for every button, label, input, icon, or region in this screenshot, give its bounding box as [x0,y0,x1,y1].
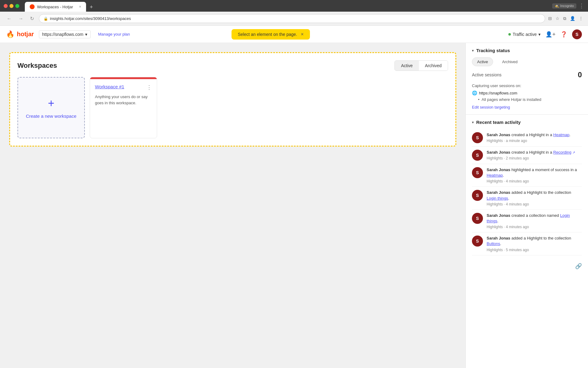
tab-archived[interactable]: Archived [419,61,448,71]
activity-content: Sarah Jonas highlighted a moment of succ… [487,167,582,183]
incognito-badge: 🕵 Incognito [552,3,576,9]
activity-link[interactable]: Login things [487,196,508,201]
tracking-chevron-icon: ▾ [472,48,474,53]
activity-chevron-icon: ▾ [472,120,474,125]
recent-activity-header[interactable]: ▾ Recent team activity [472,120,582,125]
traffic-active-indicator[interactable]: Traffic active ▾ [508,32,541,37]
tracking-tab-archived[interactable]: Archived [497,57,523,66]
workspace-cards: + Create a new workspace Workspace #1 ⋮ … [17,77,448,138]
right-sidebar: ▾ Tracking status Active Archived Active… [466,43,588,368]
activity-user: Sarah Jonas [487,213,510,218]
capturing-site-url: https://snapflows.com [479,91,517,95]
banner-text: Select an element on the page. [238,32,297,37]
user-avatar[interactable]: S [572,29,582,39]
activity-item: SSarah Jonas highlighted a moment of suc… [472,164,582,187]
workspace-card-title[interactable]: Workspace #1 [95,84,124,89]
minimize-window-button[interactable] [9,4,13,8]
workspaces-panel: Workspaces Active Archived + Create a ne… [9,52,456,147]
workspace-card-body: Workspace #1 ⋮ Anything your users do or… [90,79,157,111]
help-icon[interactable]: ❓ [560,31,567,38]
tracking-status-header[interactable]: ▾ Tracking status [472,48,582,53]
tab-close-button[interactable]: × [79,5,81,9]
activity-meta: Highlights · 4 minutes ago [487,202,582,206]
back-button[interactable]: ← [5,15,13,23]
workspace-card-menu-button[interactable]: ⋮ [146,84,152,91]
browser-chrome: Workspaces - Hotjar × + 🕵 Incognito ⋮ [0,0,588,12]
activity-item: SSarah Jonas created a Highlight in a Re… [472,147,582,164]
activity-link[interactable]: Heatmap [553,132,570,137]
activity-meta: Highlights · a minute ago [487,139,582,143]
active-sessions-count: 0 [578,71,582,79]
create-workspace-card[interactable]: + Create a new workspace [17,77,85,138]
activity-link[interactable]: Buttons [487,241,500,246]
activity-content: Sarah Jonas added a Highlight to the col… [487,236,582,252]
workspace-card-description: Anything your users do or say goes in th… [95,94,152,106]
traffic-status-dot [508,33,511,36]
browser-menu-button[interactable]: ⋮ [579,2,584,9]
external-link-icon[interactable]: 🔗 [575,263,582,270]
split-view-icon[interactable]: ⧉ [563,16,566,21]
address-bar-row: ← → ↻ 🔒 insights.hotjar.com/sites/309041… [0,12,588,26]
activity-content: Sarah Jonas created a Highlight in a Hea… [487,132,582,143]
tab-favicon [30,4,35,9]
activity-meta: Highlights · 5 minutes ago [487,248,582,252]
incognito-icon: 🕵 [555,4,559,8]
recent-activity-section: ▾ Recent team activity SSarah Jonas crea… [466,115,588,260]
main-content: Workspaces Active Archived + Create a ne… [0,43,588,368]
workspaces-header: Workspaces Active Archived [17,60,448,71]
tab-active[interactable]: Active [395,61,419,71]
app: 🔥 hotjar https://snapflows.com ▾ Manage … [0,26,588,368]
site-dropdown-icon: ▾ [85,32,87,37]
activity-content: Sarah Jonas created a Highlight in a Rec… [487,150,582,161]
globe-icon: 🌐 [472,90,477,95]
external-link-icon: ↗ [572,151,575,154]
sidebar-link-row: 🔗 [466,260,588,272]
maximize-window-button[interactable] [15,4,19,8]
cast-icon[interactable]: ⊟ [548,16,552,21]
profile-icon[interactable]: 👤 [570,16,575,21]
edit-targeting-link[interactable]: Edit session targeting [472,105,582,109]
center-area: Workspaces Active Archived + Create a ne… [0,43,466,368]
activity-user: Sarah Jonas [487,167,510,172]
add-user-icon[interactable]: 👤+ [545,31,556,38]
tracking-tabs: Active Archived [472,57,582,66]
active-tab[interactable]: Workspaces - Hotjar × [25,2,86,12]
banner-close-button[interactable]: × [301,32,303,37]
activity-user: Sarah Jonas [487,150,510,155]
window-controls [4,4,19,8]
activity-avatar: S [472,236,483,247]
traffic-dropdown-icon: ▾ [538,32,541,37]
workspace-tabs: Active Archived [394,60,448,71]
active-sessions-row: Active sessions 0 [472,71,582,79]
activity-meta: Highlights · 4 minutes ago [487,179,582,183]
close-window-button[interactable] [4,4,8,8]
browser-options-button[interactable]: ⋮ [579,16,583,21]
app-header: 🔥 hotjar https://snapflows.com ▾ Manage … [0,26,588,43]
recent-activity-title: Recent team activity [476,120,521,125]
activity-link[interactable]: Recording [553,150,571,155]
activity-avatar: S [472,213,483,224]
activity-item: SSarah Jonas added a Highlight to the co… [472,187,582,209]
capturing-site: 🌐 https://snapflows.com [472,90,582,95]
tracking-tab-active[interactable]: Active [472,57,493,66]
forward-button[interactable]: → [17,15,25,23]
activity-link[interactable]: Heatmap [487,173,503,178]
incognito-label: Incognito [560,4,574,8]
activity-text: Sarah Jonas added a Highlight to the col… [487,236,582,247]
flame-icon: 🔥 [6,30,14,38]
reload-button[interactable]: ↻ [28,14,36,23]
traffic-active-label: Traffic active [513,32,537,37]
activity-user: Sarah Jonas [487,236,510,240]
manage-plan-link[interactable]: Manage your plan [98,32,130,36]
new-tab-button[interactable]: + [87,3,96,12]
activity-text: Sarah Jonas created a collection named L… [487,213,582,224]
workspaces-title: Workspaces [17,62,57,70]
address-right-icons: ⊟ ☆ ⧉ 👤 ⋮ [548,16,583,21]
address-bar[interactable]: 🔒 insights.hotjar.com/sites/3090413/work… [39,14,545,23]
bookmark-icon[interactable]: ☆ [556,16,560,21]
activity-text: Sarah Jonas highlighted a moment of succ… [487,167,582,178]
all-pages-text: • All pages where Hotjar is installed [478,97,582,102]
site-selector[interactable]: https://snapflows.com ▾ [39,30,91,38]
activity-meta: Highlights · 2 minutes ago [487,156,582,160]
browser-tabs: Workspaces - Hotjar × + [25,0,96,12]
